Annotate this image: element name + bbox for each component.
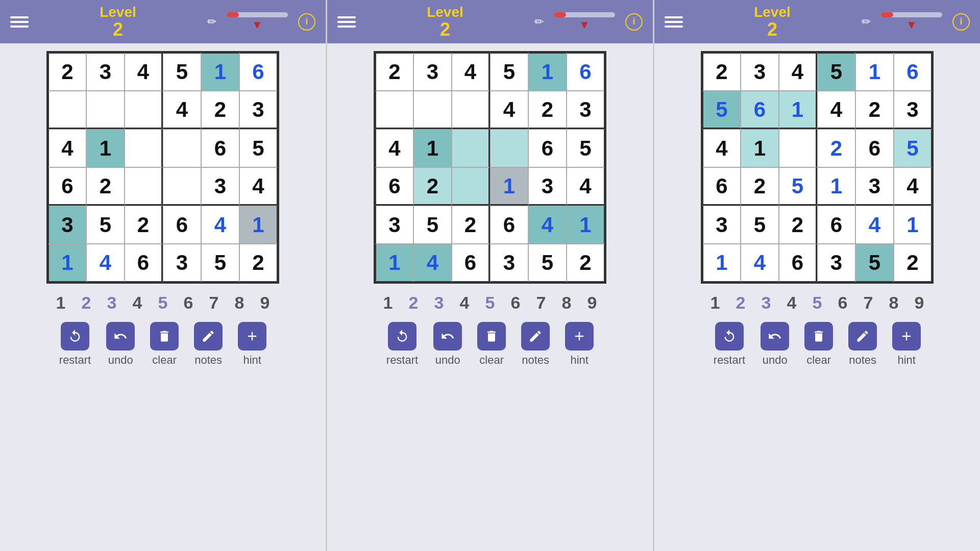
grid-cell[interactable]: 4 [817,91,855,129]
grid-cell[interactable]: 6 [125,244,163,282]
grid-cell[interactable]: 5 [239,129,278,167]
grid-cell[interactable]: 6 [201,129,239,167]
number-item[interactable]: 1 [52,293,70,313]
restart-button[interactable]: restart [386,322,418,367]
info-icon[interactable]: i [625,13,643,31]
number-item[interactable]: 5 [154,293,172,313]
number-item[interactable]: 4 [128,293,146,313]
grid-cell[interactable]: 2 [855,91,894,129]
grid-cell[interactable]: 1 [239,206,278,244]
grid-cell[interactable]: 3 [490,244,528,282]
notes-button[interactable]: notes [521,322,550,367]
grid-cell[interactable] [375,91,413,129]
grid-cell[interactable]: 3 [741,53,779,91]
clear-button[interactable]: clear [477,322,506,367]
clear-button[interactable]: clear [804,322,833,367]
grid-cell[interactable]: 6 [528,129,567,167]
grid-cell[interactable]: 6 [163,206,201,244]
grid-cell[interactable]: 4 [567,167,605,206]
undo-button[interactable]: undo [433,322,462,367]
grid-cell[interactable]: 1 [490,167,528,206]
grid-cell[interactable]: 6 [490,206,528,244]
grid-cell[interactable]: 2 [48,53,86,91]
grid-cell[interactable]: 4 [201,206,239,244]
grid-cell[interactable]: 6 [817,206,855,244]
menu-icon[interactable] [10,16,29,28]
grid-cell[interactable]: 2 [86,167,125,206]
grid-cell[interactable]: 5 [528,244,567,282]
grid-cell[interactable]: 6 [702,167,741,206]
number-item[interactable]: 9 [583,293,601,313]
number-item[interactable]: 4 [782,293,801,313]
grid-cell[interactable]: 1 [855,53,894,91]
grid-cell[interactable]: 2 [413,167,452,206]
grid-cell[interactable]: 5 [894,129,932,167]
number-item[interactable]: 6 [834,293,852,313]
grid-cell[interactable]: 1 [817,167,855,206]
grid-cell[interactable]: 1 [702,244,741,282]
menu-icon[interactable] [337,16,356,28]
pencil-icon[interactable]: ✏ [207,15,216,29]
number-item[interactable]: 2 [731,293,750,313]
grid-cell[interactable]: 3 [817,244,855,282]
grid-cell[interactable] [125,167,163,206]
grid-cell[interactable]: 3 [163,244,201,282]
undo-button[interactable]: undo [761,322,789,367]
number-item[interactable]: 5 [808,293,826,313]
grid-cell[interactable]: 3 [413,53,452,91]
grid-cell[interactable]: 4 [702,129,741,167]
grid-cell[interactable]: 4 [375,129,413,167]
grid-cell[interactable]: 4 [48,129,86,167]
number-item[interactable]: 1 [706,293,724,313]
grid-cell[interactable]: 3 [48,206,86,244]
grid-cell[interactable]: 2 [125,206,163,244]
clear-button[interactable]: clear [150,322,179,367]
grid-cell[interactable]: 3 [567,91,605,129]
grid-cell[interactable] [452,129,490,167]
number-item[interactable]: 4 [455,293,474,313]
number-item[interactable]: 8 [885,293,903,313]
grid-cell[interactable]: 5 [817,53,855,91]
grid-cell[interactable]: 2 [452,206,490,244]
grid-cell[interactable]: 2 [567,244,605,282]
grid-cell[interactable]: 3 [702,206,741,244]
grid-cell[interactable]: 6 [452,244,490,282]
grid-cell[interactable]: 3 [855,167,894,206]
grid-cell[interactable]: 3 [894,91,932,129]
grid-cell[interactable]: 2 [702,53,741,91]
number-item[interactable]: 7 [859,293,877,313]
grid-cell[interactable] [452,91,490,129]
grid-cell[interactable]: 4 [86,244,125,282]
grid-cell[interactable]: 1 [528,53,567,91]
number-item[interactable]: 8 [230,293,249,313]
grid-cell[interactable]: 6 [855,129,894,167]
grid-cell[interactable]: 2 [239,244,278,282]
grid-cell[interactable]: 1 [201,53,239,91]
grid-cell[interactable]: 2 [894,244,932,282]
grid-cell[interactable]: 5 [855,244,894,282]
grid-cell[interactable]: 5 [741,206,779,244]
grid-cell[interactable]: 5 [413,206,452,244]
number-item[interactable]: 3 [103,293,121,313]
grid-cell[interactable]: 4 [490,91,528,129]
grid-cell[interactable]: 6 [239,53,278,91]
number-item[interactable]: 9 [910,293,928,313]
info-icon[interactable]: i [298,13,315,31]
undo-button[interactable]: undo [106,322,135,367]
restart-button[interactable]: restart [59,322,91,367]
grid-cell[interactable] [779,129,817,167]
grid-cell[interactable] [125,91,163,129]
grid-cell[interactable]: 6 [375,167,413,206]
grid-cell[interactable]: 4 [894,167,932,206]
number-item[interactable]: 2 [404,293,423,313]
grid-cell[interactable]: 6 [48,167,86,206]
grid-cell[interactable]: 4 [125,53,163,91]
grid-cell[interactable]: 1 [86,129,125,167]
grid-cell[interactable]: 2 [741,167,779,206]
number-item[interactable]: 9 [256,293,274,313]
number-item[interactable]: 7 [532,293,550,313]
grid-cell[interactable]: 4 [239,167,278,206]
grid-cell[interactable]: 3 [528,167,567,206]
grid-cell[interactable]: 3 [86,53,125,91]
pencil-icon[interactable]: ✏ [862,15,871,29]
